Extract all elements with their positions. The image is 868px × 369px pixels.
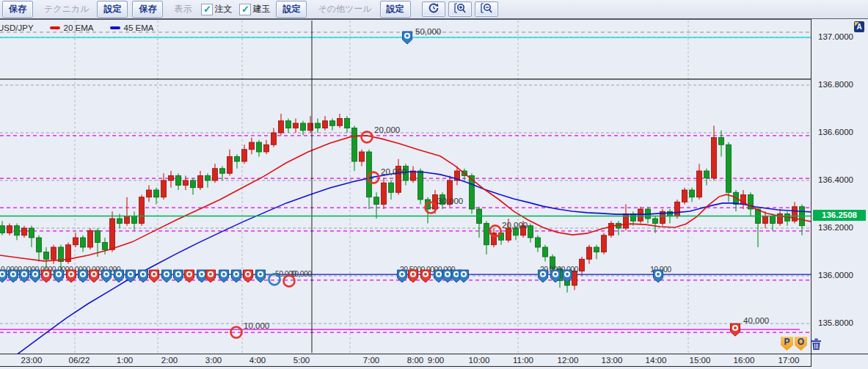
ema45-label: 45 EMA <box>124 23 154 32</box>
time-tick-label: 4:00 <box>249 356 266 365</box>
candle-body <box>264 145 269 152</box>
time-tick-label: 14:00 <box>646 356 667 365</box>
trash-icon[interactable] <box>809 336 824 354</box>
ema45-swatch-icon <box>110 26 120 29</box>
candle-body <box>690 190 695 197</box>
candle-body <box>103 243 108 250</box>
current-price-badge: 136.2508 <box>813 210 866 221</box>
chart-canvas[interactable]: 0,0000,0000,0000,0000,0000,0000,00050,00… <box>0 19 811 354</box>
checkbox-check-icon: ✓ <box>239 4 251 15</box>
save-button[interactable]: 保存 <box>2 1 33 18</box>
candle-body <box>235 157 240 162</box>
technical-settings-button[interactable]: 設定 <box>97 1 128 18</box>
candle-body <box>682 190 688 202</box>
candle-body <box>88 230 93 247</box>
candle-body <box>653 219 658 224</box>
time-tick-label: 9:00 <box>428 356 444 365</box>
candle-body <box>418 171 423 200</box>
candle-body <box>279 121 284 133</box>
time-tick-label: 8:00 <box>407 356 423 365</box>
candle-body <box>587 247 592 259</box>
candle-body <box>213 169 218 180</box>
candle-body <box>697 171 702 197</box>
candle-body <box>110 219 115 249</box>
display-settings-button[interactable]: 設定 <box>276 1 307 18</box>
ema20-label: 20 EMA <box>64 23 94 32</box>
candle-body <box>360 152 365 161</box>
time-axis-corner <box>811 354 868 367</box>
candle-body <box>293 123 299 128</box>
candle-body <box>580 259 585 271</box>
time-tick-label: 06/22 <box>69 356 90 365</box>
time-tick-label: 3:00 <box>205 356 222 365</box>
candle-body <box>506 228 511 240</box>
candle-body <box>132 216 137 224</box>
other-tools-label: その他ツール <box>318 3 371 15</box>
undo-clock-icon <box>428 2 440 16</box>
price-tick-label: 136.2000 <box>818 223 853 232</box>
other-tools-settings-button[interactable]: 設定 <box>380 1 411 18</box>
candle-body <box>286 121 291 128</box>
candle-body <box>198 176 203 188</box>
time-tick-label: 5:00 <box>293 356 310 365</box>
position-checkbox[interactable]: ✓ 建玉 <box>239 3 270 15</box>
candle-body <box>543 247 548 257</box>
time-axis[interactable]: 23:0006/221:002:003:004:005:007:008:009:… <box>0 354 811 367</box>
candle-body <box>338 119 343 126</box>
ema20-swatch-icon <box>50 26 60 29</box>
candle-body <box>389 183 394 192</box>
circle-amount-label: 20,000 <box>381 167 406 176</box>
zoom-out-icon <box>480 2 493 16</box>
candle-body <box>139 197 145 224</box>
price-tick-label: 135.8000 <box>818 318 853 327</box>
candle-body <box>271 133 277 145</box>
time-tick-label: 16:00 <box>734 356 755 365</box>
candle-body <box>382 183 387 204</box>
order-checkbox-label: 注文 <box>214 3 232 15</box>
candle-body <box>345 119 350 128</box>
time-tick-label: 7:00 <box>363 356 379 365</box>
price-tick-label: 136.4000 <box>818 175 853 184</box>
candle-body <box>15 226 20 235</box>
candle-body <box>0 226 5 233</box>
candle-body <box>704 171 710 178</box>
display-label: 表示 <box>174 3 192 15</box>
order-checkbox[interactable]: ✓ 注文 <box>201 3 232 15</box>
price-axis[interactable]: A 136.2508 137.0000136.8000136.6000136.4… <box>811 19 868 354</box>
candle-body <box>205 176 211 181</box>
time-tick-label: 12:00 <box>558 356 579 365</box>
candle-body <box>125 216 130 224</box>
candle-body <box>536 238 541 247</box>
time-tick-label: 17:00 <box>778 356 800 365</box>
candle-body <box>770 216 776 224</box>
reset-history-button[interactable] <box>422 1 445 17</box>
time-tick-label: 11:00 <box>513 356 533 365</box>
zoom-out-button[interactable] <box>475 1 498 17</box>
candle-body <box>609 224 614 235</box>
candle-body <box>330 121 335 126</box>
zoom-in-button[interactable] <box>448 1 472 17</box>
candle-body <box>242 150 247 161</box>
candle-body <box>29 228 34 238</box>
candle-body <box>675 202 680 216</box>
price-tick-label: 136.6000 <box>818 128 853 136</box>
candle-body <box>37 238 42 252</box>
toolbar: 保存 テクニカル 設定 保存 表示 ✓ 注文 ✓ 建玉 設定 その他ツール 設定 <box>0 0 868 19</box>
auto-scale-icon[interactable]: A <box>854 21 864 32</box>
candle-body <box>169 176 174 181</box>
pin-amount-label: 40,000 <box>743 316 769 325</box>
circle-amount-label: 20,000 <box>374 125 400 134</box>
time-tick-label: 2:00 <box>161 356 178 365</box>
symbol-label: USD/JPY <box>0 23 34 32</box>
candle-body <box>161 180 167 197</box>
candle-body <box>44 252 49 260</box>
time-tick-label: 13:00 <box>602 356 623 365</box>
candle-body <box>22 228 27 235</box>
candle-body <box>257 142 262 152</box>
time-tick-label: 23:00 <box>21 356 43 365</box>
candle-body <box>528 226 533 238</box>
candle-body <box>191 180 196 188</box>
chart-legend: USD/JPY 20 EMA 45 EMA <box>0 23 153 33</box>
price-tick-label: 136.0000 <box>818 271 853 280</box>
save-button-2[interactable]: 保存 <box>132 1 163 18</box>
